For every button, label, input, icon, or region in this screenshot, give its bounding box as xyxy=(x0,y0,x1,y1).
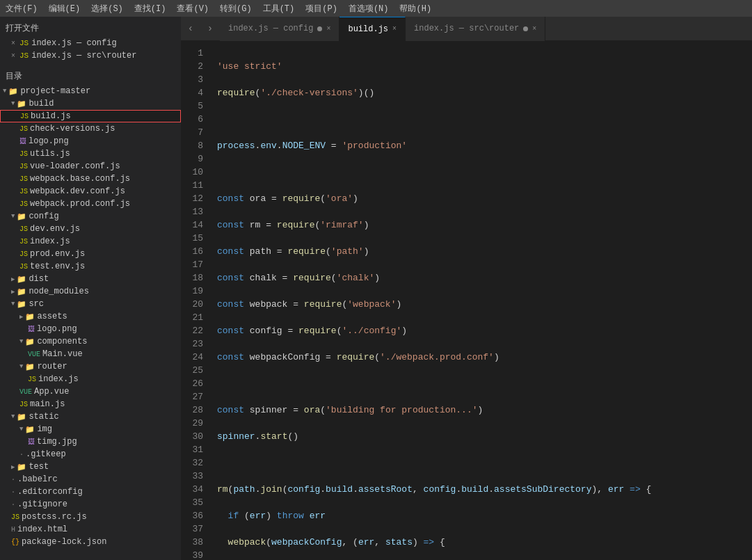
open-file-router[interactable]: × JS index.js — src\router xyxy=(0,49,181,62)
tab-close-icon[interactable]: × xyxy=(392,25,397,33)
file-icon: {} xyxy=(11,538,19,546)
tree-item-label: App.vue xyxy=(34,387,69,397)
tree-folder-node-modules[interactable]: ▶ 📁 node_modules xyxy=(0,285,181,298)
tree-file-main-vue[interactable]: VUE Main.vue xyxy=(0,348,181,360)
tree-folder-dist[interactable]: ▶ 📁 dist xyxy=(0,273,181,285)
tree-file-logo-png2[interactable]: 🖼 logo.png xyxy=(0,323,181,335)
open-file-config[interactable]: × JS index.js — config xyxy=(0,37,181,49)
tab-nav-left[interactable]: ‹ xyxy=(181,17,200,41)
tree-folder-router[interactable]: ▼ 📁 router xyxy=(0,360,181,373)
menu-find[interactable]: 查找(I) xyxy=(134,3,166,15)
tree-folder-project-master[interactable]: ▼ 📁 project-master xyxy=(0,85,181,97)
file-icon: · xyxy=(19,451,24,458)
tree-file-check-versions[interactable]: JS check-versions.js xyxy=(0,122,181,135)
file-icon: JS xyxy=(19,188,28,195)
code-line-6: const ora = require('ora') xyxy=(217,192,752,205)
tree-folder-config[interactable]: ▼ 📁 config xyxy=(0,210,181,223)
tree-file-app-vue[interactable]: VUE App.vue xyxy=(0,385,181,398)
tree-item-label: static xyxy=(29,412,58,422)
tree-file-gitkeep[interactable]: · .gitkeep xyxy=(0,448,181,461)
tree-item-label: test xyxy=(29,462,49,472)
tree-file-webpack-dev[interactable]: JS webpack.dev.conf.js xyxy=(0,185,181,198)
editor-area: ‹ › index.js — config × build.js × index… xyxy=(181,17,752,560)
tree-file-timg-jpg[interactable]: 🖼 timg.jpg xyxy=(0,435,181,448)
tree-folder-assets[interactable]: ▶ 📁 assets xyxy=(0,310,181,323)
tree-folder-test[interactable]: ▶ 📁 test xyxy=(0,461,181,473)
tab-build-js[interactable]: build.js × xyxy=(339,17,406,41)
folder-icon: 📁 xyxy=(25,425,35,434)
tree-folder-src[interactable]: ▼ 📁 src xyxy=(0,298,181,310)
close-icon-router[interactable]: × xyxy=(11,52,15,60)
menu-select[interactable]: 选择(S) xyxy=(91,3,123,15)
tab-close-icon[interactable]: × xyxy=(326,25,330,33)
code-content[interactable]: 'use strict' require('./check-versions')… xyxy=(209,41,752,560)
arrow-icon: ▼ xyxy=(19,338,23,345)
tree-file-webpack-prod[interactable]: JS webpack.prod.conf.js xyxy=(0,198,181,210)
tree-file-main-js[interactable]: JS main.js xyxy=(0,398,181,410)
close-icon-config[interactable]: × xyxy=(11,40,15,47)
tree-item-label: dev.env.js xyxy=(30,224,80,234)
code-line-9: const chalk = require('chalk') xyxy=(217,271,752,285)
tree-file-vue-loader[interactable]: JS vue-loader.conf.js xyxy=(0,160,181,173)
tree-file-prod-env[interactable]: JS prod.env.js xyxy=(0,248,181,260)
folder-icon: 📁 xyxy=(17,300,26,309)
tree-file-index-config[interactable]: JS index.js xyxy=(0,235,181,248)
menu-help[interactable]: 帮助(H) xyxy=(399,3,431,15)
code-line-17: rm(path.join(config.build.assetsRoot, co… xyxy=(217,483,752,496)
code-line-5 xyxy=(217,166,752,179)
line-numbers: 12345 678910 1112131415 1617181920 21222… xyxy=(181,41,209,560)
tree-item-label: postcss.rc.js xyxy=(22,512,87,522)
file-icon-buildjs: JS xyxy=(20,113,29,120)
file-icon: H xyxy=(11,526,15,534)
tree-item-label: index.js xyxy=(38,374,79,384)
tab-index-router[interactable]: index.js — src\router × xyxy=(406,17,545,41)
tree-file-webpack-base[interactable]: JS webpack.base.conf.js xyxy=(0,173,181,185)
menu-goto[interactable]: 转到(G) xyxy=(220,3,252,15)
tab-index-config[interactable]: index.js — config × xyxy=(220,17,339,41)
tree-item-label: img xyxy=(37,424,52,434)
folder-icon: 📁 xyxy=(25,362,35,371)
folder-icon: 📁 xyxy=(17,275,26,284)
tree-file-router-index[interactable]: JS index.js xyxy=(0,373,181,385)
arrow-icon: ▼ xyxy=(19,363,23,370)
code-line-12: const webpackConfig = require('./webpack… xyxy=(217,351,752,364)
folder-icon: 📁 xyxy=(25,337,35,346)
tree-item-label: Main.vue xyxy=(42,349,83,359)
tree-file-postcss[interactable]: JS postcss.rc.js xyxy=(0,511,181,523)
file-icon: JS xyxy=(19,401,28,408)
code-line-16 xyxy=(217,456,752,470)
tab-nav-right[interactable]: › xyxy=(200,17,220,41)
tree-file-logo-png[interactable]: 🖼 logo.png xyxy=(0,135,181,147)
tree-file-index-html[interactable]: H index.html xyxy=(0,523,181,536)
menu-edit[interactable]: 编辑(E) xyxy=(49,3,81,15)
dir-label: 目录 xyxy=(0,67,181,85)
menu-file[interactable]: 文件(F) xyxy=(6,3,38,15)
menu-prefs[interactable]: 首选项(N) xyxy=(349,3,389,15)
menu-tools[interactable]: 工具(T) xyxy=(263,3,295,15)
menu-view[interactable]: 查看(V) xyxy=(177,3,209,15)
file-icon: JS xyxy=(11,513,19,521)
tree-folder-build[interactable]: ▼ 📁 build xyxy=(0,97,181,110)
folder-icon: 📁 xyxy=(17,212,26,221)
tree-file-build-js[interactable]: JS build.js xyxy=(0,110,181,122)
menu-project[interactable]: 项目(P) xyxy=(305,3,337,15)
code-editor[interactable]: 12345 678910 1112131415 1617181920 21222… xyxy=(181,41,752,560)
code-line-11: const config = require('../config') xyxy=(217,324,752,337)
tree-file-dev-env[interactable]: JS dev.env.js xyxy=(0,223,181,235)
tree-file-babelrc[interactable]: · .babelrc xyxy=(0,473,181,486)
tree-folder-components[interactable]: ▼ 📁 components xyxy=(0,335,181,348)
tree-folder-img[interactable]: ▼ 📁 img xyxy=(0,423,181,435)
tree-file-utils[interactable]: JS utils.js xyxy=(0,147,181,160)
tree-file-package-lock[interactable]: {} package-lock.json xyxy=(0,536,181,548)
tree-item-label: logo.png xyxy=(29,136,69,146)
tree-folder-static[interactable]: ▼ 📁 static xyxy=(0,410,181,423)
tree-item-label: build xyxy=(29,99,54,109)
tree-file-test-env[interactable]: JS test.env.js xyxy=(0,260,181,273)
tree-item-label: utils.js xyxy=(30,149,70,159)
tab-close-icon[interactable]: × xyxy=(532,25,536,33)
tree-file-editorconfig[interactable]: · .editorconfig xyxy=(0,486,181,498)
tree-item-label: .gitkeep xyxy=(26,449,66,459)
tree-file-gitignore[interactable]: · .gitignore xyxy=(0,498,181,511)
arrow-icon: ▼ xyxy=(11,100,15,107)
dir-section: 目录 ▼ 📁 project-master ▼ 📁 build JS build… xyxy=(0,65,181,551)
